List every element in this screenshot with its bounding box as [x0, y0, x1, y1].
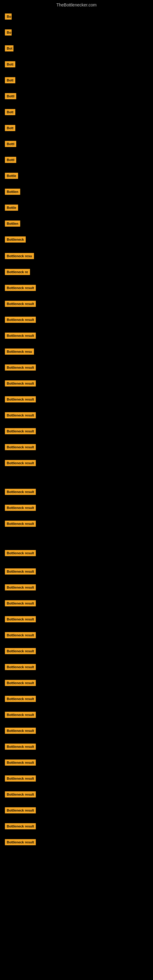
list-item: Bottleneck result — [2, 458, 38, 468]
list-item: Bottleneck result — [2, 410, 38, 420]
list-item: Bottleneck re — [2, 267, 32, 277]
list-item: Bottleneck result — [2, 548, 38, 558]
list-item: Bottleneck result — [2, 442, 38, 452]
list-item: Bottleneck result — [2, 598, 38, 608]
list-item: Bottleneck result — [2, 395, 38, 404]
bottleneck-result-badge[interactable]: Bottleneck result — [5, 791, 36, 797]
bottleneck-result-badge[interactable]: Bottleneck result — [5, 332, 36, 339]
bottleneck-result-badge[interactable]: Bottleneck result — [5, 396, 36, 402]
list-item: Bottleneck result — [2, 726, 38, 736]
list-item: Bottlen — [2, 187, 22, 197]
bottleneck-result-badge[interactable]: Bottleneck result — [5, 712, 36, 718]
list-item: Bottleneck result — [2, 614, 38, 624]
bottleneck-result-badge[interactable]: Bottlen — [5, 189, 20, 195]
list-item: Bottleneck result — [2, 315, 38, 325]
list-item: Bottleneck result — [2, 710, 38, 720]
bottleneck-result-badge[interactable]: Bott — [5, 109, 15, 115]
bottleneck-result-badge[interactable]: Bottleneck result — [5, 823, 36, 829]
bottleneck-result-badge[interactable]: Bottleneck result — [5, 380, 36, 387]
list-item: Bottleneck result — [2, 758, 38, 767]
list-item: Bottleneck result — [2, 837, 38, 847]
list-item: Bott — [2, 123, 18, 133]
bottleneck-result-badge[interactable]: Bottl — [5, 157, 16, 163]
bottleneck-result-badge[interactable]: Bottleneck result — [5, 444, 36, 450]
list-item: Bottleneck resu — [2, 347, 37, 356]
list-item: Bot — [2, 43, 16, 53]
bottleneck-result-badge[interactable]: Bottleneck result — [5, 428, 36, 434]
list-item: Bottleneck result — [2, 742, 38, 751]
bottleneck-result-badge[interactable]: Bottleneck result — [5, 680, 36, 686]
bottleneck-result-badge[interactable]: Bottleneck result — [5, 600, 36, 606]
list-item: Bottl — [2, 155, 19, 165]
bottleneck-result-badge[interactable]: Bott — [5, 125, 15, 131]
bottleneck-result-badge[interactable]: Bottleneck — [5, 236, 26, 243]
bottleneck-result-badge[interactable]: Bottleneck result — [5, 460, 36, 466]
list-item: Bottleneck resu — [2, 251, 37, 261]
bottleneck-result-badge[interactable]: Bottleneck result — [5, 839, 36, 845]
list-item: Bottleneck result — [2, 503, 38, 513]
list-item: Bottlen — [2, 219, 22, 229]
list-item: Bottle — [2, 171, 21, 181]
list-item: Bottleneck result — [2, 331, 38, 340]
bottleneck-result-badge[interactable]: Bottleneck result — [5, 520, 36, 527]
list-item: Bottleneck result — [2, 582, 38, 592]
list-item: Bott — [2, 107, 18, 117]
bottleneck-result-badge[interactable]: Bottleneck result — [5, 728, 36, 734]
list-item: Bottleneck result — [2, 519, 38, 528]
list-item: Bottleneck result — [2, 773, 38, 783]
list-item: Bottleneck result — [2, 821, 38, 831]
list-item: Bottleneck result — [2, 379, 38, 388]
list-item: Bottleneck result — [2, 646, 38, 656]
bottleneck-result-badge[interactable]: Bottleneck result — [5, 568, 36, 574]
list-item: Bottleneck — [2, 235, 28, 244]
bottleneck-result-badge[interactable]: Bo — [5, 13, 12, 20]
bottleneck-result-badge[interactable]: Bottleneck result — [5, 648, 36, 654]
bottleneck-result-badge[interactable]: Bottleneck resu — [5, 348, 34, 355]
list-item: Bo — [2, 27, 14, 37]
bottleneck-result-badge[interactable]: Bottleneck result — [5, 744, 36, 750]
bottleneck-result-badge[interactable]: Bott — [5, 77, 15, 83]
bottleneck-result-badge[interactable]: Bottleneck result — [5, 505, 36, 511]
list-item: Bo — [2, 12, 14, 21]
list-item: Bottleneck result — [2, 805, 38, 815]
list-item: Bottleneck result — [2, 678, 38, 688]
bottleneck-result-badge[interactable]: Bottleneck result — [5, 696, 36, 702]
list-item: Bottleneck result — [2, 426, 38, 436]
bottleneck-result-badge[interactable]: Bottleneck result — [5, 489, 36, 495]
list-item: Bottleneck result — [2, 694, 38, 704]
bottleneck-result-badge[interactable]: Bottlen — [5, 221, 20, 227]
bottleneck-result-badge[interactable]: Bo — [5, 29, 12, 35]
site-title: TheBottlenecker.com — [0, 0, 153, 9]
list-item: Bottl — [2, 139, 19, 149]
list-item: Bottl — [2, 91, 19, 101]
list-item: Bottleneck result — [2, 487, 38, 497]
list-item: Bottle — [2, 203, 21, 213]
bottleneck-result-badge[interactable]: Bottleneck result — [5, 632, 36, 638]
bottleneck-result-badge[interactable]: Bottleneck result — [5, 317, 36, 323]
bottleneck-result-badge[interactable]: Bottl — [5, 93, 16, 99]
bottleneck-result-badge[interactable]: Bottleneck result — [5, 584, 36, 590]
bottleneck-result-badge[interactable]: Bottleneck result — [5, 412, 36, 418]
bottleneck-result-badge[interactable]: Bottleneck result — [5, 616, 36, 622]
bottleneck-result-badge[interactable]: Bott — [5, 61, 15, 67]
bottleneck-result-badge[interactable]: Bottleneck result — [5, 664, 36, 670]
list-item: Bottleneck result — [2, 283, 38, 293]
list-item: Bottleneck result — [2, 566, 38, 576]
bottleneck-result-badge[interactable]: Bot — [5, 45, 13, 51]
list-item: Bottleneck result — [2, 789, 38, 799]
bottleneck-result-badge[interactable]: Bottleneck re — [5, 269, 30, 275]
bottleneck-result-badge[interactable]: Bottl — [5, 141, 16, 147]
list-item: Bottleneck result — [2, 299, 38, 309]
list-item: Bott — [2, 75, 18, 85]
list-item: Bottleneck result — [2, 630, 38, 640]
bottleneck-result-badge[interactable]: Bottleneck result — [5, 301, 36, 307]
bottleneck-result-badge[interactable]: Bottleneck result — [5, 285, 36, 291]
bottleneck-result-badge[interactable]: Bottleneck resu — [5, 253, 34, 259]
bottleneck-result-badge[interactable]: Bottleneck result — [5, 775, 36, 781]
bottleneck-result-badge[interactable]: Bottleneck result — [5, 759, 36, 766]
bottleneck-result-badge[interactable]: Bottle — [5, 205, 18, 211]
bottleneck-result-badge[interactable]: Bottleneck result — [5, 807, 36, 813]
bottleneck-result-badge[interactable]: Bottleneck result — [5, 364, 36, 371]
bottleneck-result-badge[interactable]: Bottle — [5, 173, 18, 179]
bottleneck-result-badge[interactable]: Bottleneck result — [5, 550, 36, 556]
